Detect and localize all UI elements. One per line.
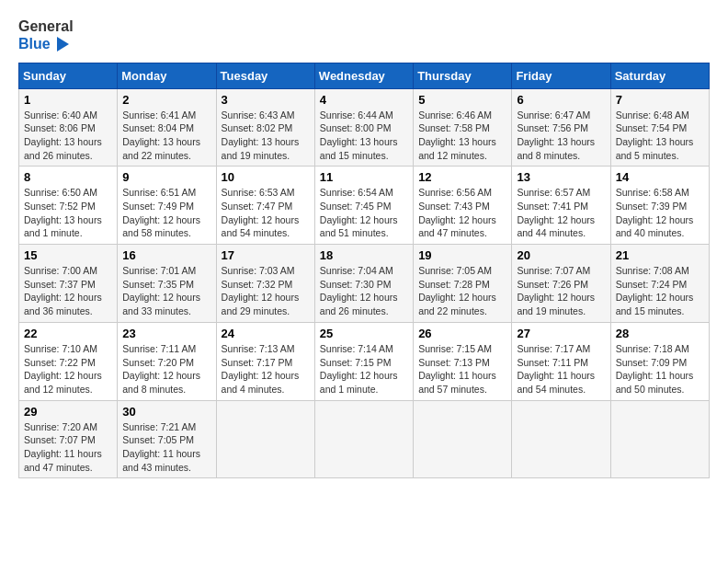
calendar-day-29: 29Sunrise: 7:20 AMSunset: 7:07 PMDayligh… [19, 400, 118, 478]
sunrise-line: Sunrise: 7:01 AM [122, 264, 210, 278]
day-detail: Sunrise: 7:04 AMSunset: 7:30 PMDaylight:… [320, 264, 408, 318]
day-detail: Sunrise: 7:17 AMSunset: 7:11 PMDaylight:… [517, 342, 605, 396]
daylight-line: Daylight: 11 hours and 50 minutes. [616, 369, 704, 396]
sunrise-line: Sunrise: 6:58 AM [616, 186, 704, 200]
sunrise-line: Sunrise: 6:44 AM [320, 109, 408, 122]
sunset-line: Sunset: 7:24 PM [616, 278, 704, 292]
day-detail: Sunrise: 7:14 AMSunset: 7:15 PMDaylight:… [320, 342, 408, 396]
daylight-line: Daylight: 12 hours and 58 minutes. [122, 213, 210, 240]
day-number: 18 [320, 248, 408, 262]
day-number: 23 [122, 327, 210, 340]
sunrise-line: Sunrise: 6:50 AM [24, 186, 112, 200]
day-detail: Sunrise: 6:47 AMSunset: 7:56 PMDaylight:… [517, 109, 605, 163]
day-number: 7 [616, 93, 704, 107]
calendar-day-5: 5Sunrise: 6:46 AMSunset: 7:58 PMDaylight… [414, 88, 512, 167]
day-number: 4 [320, 93, 408, 107]
day-detail: Sunrise: 6:40 AMSunset: 8:06 PMDaylight:… [24, 109, 112, 163]
sunrise-line: Sunrise: 6:51 AM [122, 186, 210, 200]
day-number: 11 [320, 170, 408, 184]
day-number: 2 [122, 93, 210, 107]
sunrise-line: Sunrise: 6:41 AM [122, 109, 210, 122]
sunset-line: Sunset: 7:07 PM [24, 433, 112, 447]
empty-cell [512, 400, 610, 478]
daylight-line: Daylight: 11 hours and 43 minutes. [122, 447, 210, 474]
calendar-day-22: 22Sunrise: 7:10 AMSunset: 7:22 PMDayligh… [19, 322, 118, 400]
calendar-day-23: 23Sunrise: 7:11 AMSunset: 7:20 PMDayligh… [118, 322, 216, 400]
calendar-day-6: 6Sunrise: 6:47 AMSunset: 7:56 PMDaylight… [512, 88, 610, 167]
sunset-line: Sunset: 7:09 PM [616, 356, 704, 370]
empty-cell [216, 400, 314, 478]
day-number: 14 [616, 170, 704, 184]
day-number: 29 [24, 405, 112, 419]
daylight-line: Daylight: 12 hours and 19 minutes. [517, 291, 605, 317]
sunset-line: Sunset: 7:39 PM [616, 200, 704, 213]
logo-container: General Blue [18, 18, 74, 53]
day-number: 5 [418, 93, 506, 107]
calendar-day-12: 12Sunrise: 6:56 AMSunset: 7:43 PMDayligh… [414, 167, 512, 245]
calendar-day-1: 1Sunrise: 6:40 AMSunset: 8:06 PMDaylight… [19, 88, 118, 167]
day-detail: Sunrise: 6:54 AMSunset: 7:45 PMDaylight:… [320, 186, 408, 240]
calendar-week-row: 15Sunrise: 7:00 AMSunset: 7:37 PMDayligh… [19, 245, 710, 323]
day-detail: Sunrise: 7:15 AMSunset: 7:13 PMDaylight:… [418, 342, 506, 396]
day-detail: Sunrise: 7:13 AMSunset: 7:17 PMDaylight:… [222, 342, 310, 396]
sunset-line: Sunset: 7:56 PM [517, 121, 605, 135]
day-number: 19 [418, 248, 506, 262]
header-sunday: Sunday [19, 63, 118, 88]
day-number: 16 [122, 248, 210, 262]
day-number: 1 [24, 93, 112, 107]
daylight-line: Daylight: 12 hours and 40 minutes. [616, 213, 704, 240]
header-monday: Monday [118, 63, 216, 88]
sunrise-line: Sunrise: 7:05 AM [418, 264, 506, 278]
sunrise-line: Sunrise: 7:00 AM [24, 264, 112, 278]
sunrise-line: Sunrise: 7:17 AM [517, 342, 605, 356]
sunrise-line: Sunrise: 6:53 AM [222, 186, 310, 200]
day-detail: Sunrise: 6:57 AMSunset: 7:41 PMDaylight:… [517, 186, 605, 240]
logo-general: General [18, 18, 74, 35]
sunset-line: Sunset: 7:35 PM [122, 278, 210, 292]
daylight-line: Daylight: 12 hours and 22 minutes. [418, 291, 506, 317]
daylight-line: Daylight: 13 hours and 1 minute. [24, 213, 112, 240]
day-number: 6 [517, 93, 605, 107]
daylight-line: Daylight: 12 hours and 12 minutes. [24, 369, 112, 396]
sunset-line: Sunset: 7:26 PM [517, 278, 605, 292]
page-header: General Blue [18, 18, 710, 53]
header-friday: Friday [512, 63, 610, 88]
sunset-line: Sunset: 7:28 PM [418, 278, 506, 292]
daylight-line: Daylight: 13 hours and 12 minutes. [418, 135, 506, 162]
sunset-line: Sunset: 7:58 PM [418, 121, 506, 135]
daylight-line: Daylight: 13 hours and 15 minutes. [320, 135, 408, 162]
sunset-line: Sunset: 7:37 PM [24, 278, 112, 292]
day-number: 13 [517, 170, 605, 184]
calendar-day-2: 2Sunrise: 6:41 AMSunset: 8:04 PMDaylight… [118, 88, 216, 167]
sunset-line: Sunset: 7:15 PM [320, 356, 408, 370]
daylight-line: Daylight: 12 hours and 1 minute. [320, 369, 408, 396]
day-number: 27 [517, 327, 605, 340]
daylight-line: Daylight: 12 hours and 51 minutes. [320, 213, 408, 240]
header-saturday: Saturday [610, 63, 709, 88]
sunrise-line: Sunrise: 7:08 AM [616, 264, 704, 278]
sunset-line: Sunset: 7:52 PM [24, 200, 112, 213]
day-detail: Sunrise: 6:53 AMSunset: 7:47 PMDaylight:… [222, 186, 310, 240]
calendar-day-17: 17Sunrise: 7:03 AMSunset: 7:32 PMDayligh… [216, 245, 314, 323]
daylight-line: Daylight: 12 hours and 36 minutes. [24, 291, 112, 317]
daylight-line: Daylight: 12 hours and 33 minutes. [122, 291, 210, 317]
calendar-day-27: 27Sunrise: 7:17 AMSunset: 7:11 PMDayligh… [512, 322, 610, 400]
sunrise-line: Sunrise: 6:40 AM [24, 109, 112, 122]
calendar-week-row: 8Sunrise: 6:50 AMSunset: 7:52 PMDaylight… [19, 167, 710, 245]
sunset-line: Sunset: 8:06 PM [24, 121, 112, 135]
sunrise-line: Sunrise: 7:15 AM [418, 342, 506, 356]
day-detail: Sunrise: 6:41 AMSunset: 8:04 PMDaylight:… [122, 109, 210, 163]
sunrise-line: Sunrise: 7:03 AM [222, 264, 310, 278]
daylight-line: Daylight: 13 hours and 22 minutes. [122, 135, 210, 162]
daylight-line: Daylight: 12 hours and 47 minutes. [418, 213, 506, 240]
day-number: 10 [222, 170, 310, 184]
daylight-line: Daylight: 12 hours and 44 minutes. [517, 213, 605, 240]
calendar-day-20: 20Sunrise: 7:07 AMSunset: 7:26 PMDayligh… [512, 245, 610, 323]
calendar-week-row: 1Sunrise: 6:40 AMSunset: 8:06 PMDaylight… [19, 88, 710, 167]
calendar-day-7: 7Sunrise: 6:48 AMSunset: 7:54 PMDaylight… [610, 88, 709, 167]
calendar-day-16: 16Sunrise: 7:01 AMSunset: 7:35 PMDayligh… [118, 245, 216, 323]
day-detail: Sunrise: 7:08 AMSunset: 7:24 PMDaylight:… [616, 264, 704, 318]
day-number: 20 [517, 248, 605, 262]
day-number: 28 [616, 327, 704, 340]
header-wednesday: Wednesday [314, 63, 413, 88]
